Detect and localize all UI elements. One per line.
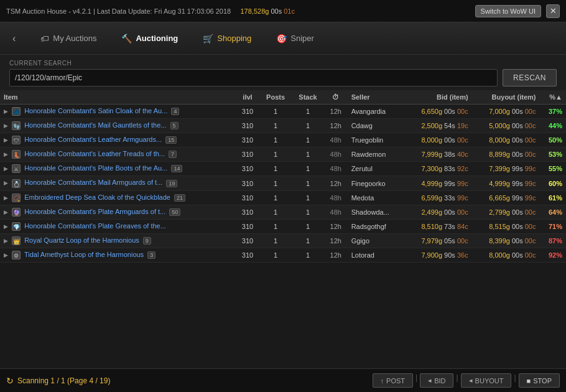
- tab-auctioning[interactable]: 🔨 Auctioning: [109, 30, 190, 47]
- time-cell: 48h: [324, 190, 348, 205]
- table-row[interactable]: ▶ 💎 Honorable Combatant's Plate Greaves …: [0, 219, 566, 233]
- stack-cell: 1: [292, 219, 324, 233]
- pct-cell: 50%: [540, 133, 567, 147]
- ilvl-cell: 310: [236, 205, 259, 219]
- tab-my-auctions[interactable]: 🏷 My Auctions: [28, 30, 109, 47]
- item-icon: 🧥: [12, 107, 21, 116]
- item-name[interactable]: Honorable Combatant's Mail Armguards of …: [24, 179, 162, 186]
- item-tag: 7: [169, 151, 177, 158]
- bid-button[interactable]: ◂ BID: [420, 373, 453, 388]
- table-row[interactable]: ▶ 📿 Embroidered Deep Sea Cloak of the Qu…: [0, 190, 566, 205]
- item-name[interactable]: Embroidered Deep Sea Cloak of the Quickb…: [24, 194, 170, 201]
- posts-cell: 1: [259, 105, 292, 119]
- switch-to-wow-button[interactable]: Switch to WoW UI: [475, 5, 541, 17]
- expand-arrow[interactable]: ▶: [4, 180, 8, 186]
- titlebar: TSM Auction House - v4.2.1 | Last Data U…: [0, 0, 566, 22]
- stop-icon: ■: [527, 377, 531, 385]
- posts-cell: 1: [259, 205, 292, 219]
- item-cell: ▶ ⚙ Tidal Amethyst Loop of the Harmoniou…: [0, 248, 236, 262]
- time-cell: 12h: [324, 176, 348, 190]
- seller-cell: Rawdemon: [348, 147, 404, 162]
- expand-arrow[interactable]: ▶: [4, 108, 8, 114]
- seller-cell: Truegoblin: [348, 133, 404, 147]
- rescan-button[interactable]: RESCAN: [503, 69, 557, 86]
- buyout-cell: 7,000g 00s 00c: [472, 105, 540, 119]
- col-ilvl[interactable]: ilvl: [236, 90, 259, 105]
- back-button[interactable]: ‹: [12, 33, 16, 44]
- ilvl-cell: 310: [236, 248, 259, 262]
- item-name[interactable]: Honorable Combatant's Plate Greaves of t…: [24, 222, 166, 230]
- scan-status: ↻ Scanning 1 / 1 (Page 4 / 19): [6, 376, 373, 386]
- expand-arrow[interactable]: ▶: [4, 195, 8, 201]
- table-row[interactable]: ▶ 🧤 Honorable Combatant's Mail Gauntlets…: [0, 119, 566, 133]
- col-seller[interactable]: Seller: [348, 90, 404, 105]
- post-arrow-icon: ↑: [381, 377, 384, 385]
- item-icon: 💎: [12, 222, 21, 231]
- item-cell: ▶ 🧤 Honorable Combatant's Mail Gauntlets…: [0, 119, 236, 133]
- item-name[interactable]: Honorable Combatant's Plate Boots of the…: [24, 164, 167, 172]
- buyout-cell: 8,399g 00s 00c: [472, 233, 540, 248]
- stack-cell: 1: [292, 133, 324, 147]
- item-name[interactable]: Honorable Combatant's Leather Armguards.…: [24, 136, 162, 143]
- table-row[interactable]: ▶ ⚔ Honorable Combatant's Plate Boots of…: [0, 162, 566, 176]
- time-cell: 48h: [324, 205, 348, 219]
- gold-amount: 178,528: [240, 7, 265, 15]
- tab-shopping[interactable]: 🛒 Shopping: [190, 30, 264, 47]
- time-cell: 12h: [324, 119, 348, 133]
- expand-arrow[interactable]: ▶: [4, 252, 8, 258]
- expand-arrow[interactable]: ▶: [4, 223, 8, 230]
- separator-2: |: [455, 373, 459, 388]
- expand-arrow[interactable]: ▶: [4, 151, 8, 157]
- table-row[interactable]: ▶ 🧥 Honorable Combatant's Satin Cloak of…: [0, 105, 566, 119]
- last-update: Last Data Update: Fri Aug 31 17:03:06 20…: [97, 7, 231, 15]
- col-item[interactable]: Item: [0, 90, 236, 105]
- item-name[interactable]: Honorable Combatant's Plate Armguards of…: [24, 208, 165, 215]
- expand-arrow[interactable]: ▶: [4, 123, 8, 129]
- item-name[interactable]: Honorable Combatant's Satin Cloak of the…: [24, 107, 167, 114]
- expand-arrow[interactable]: ▶: [4, 137, 8, 143]
- bid-cell: 7,999g 38s 40c: [404, 147, 472, 162]
- shopping-icon: 🛒: [203, 34, 213, 44]
- buyout-button[interactable]: ◂ BUYOUT: [461, 373, 512, 388]
- table-row[interactable]: ▶ 💍 Honorable Combatant's Mail Armguards…: [0, 176, 566, 190]
- ilvl-cell: 310: [236, 147, 259, 162]
- item-cell: ▶ 🔮 Honorable Combatant's Plate Armguard…: [0, 205, 236, 219]
- ilvl-cell: 310: [236, 162, 259, 176]
- ilvl-cell: 310: [236, 105, 259, 119]
- stack-cell: 1: [292, 147, 324, 162]
- col-pct[interactable]: %▲: [540, 90, 567, 105]
- stack-cell: 1: [292, 176, 324, 190]
- item-name[interactable]: Honorable Combatant's Leather Treads of …: [24, 150, 165, 157]
- col-buyout[interactable]: Buyout (item): [472, 90, 540, 105]
- item-name[interactable]: Tidal Amethyst Loop of the Harmonious: [24, 251, 144, 258]
- post-button[interactable]: ↑ POST: [373, 373, 413, 388]
- action-buttons: ↑ POST | ◂ BID | ◂ BUYOUT | ■ STOP: [373, 373, 560, 388]
- expand-arrow[interactable]: ▶: [4, 209, 8, 215]
- item-tag: 15: [165, 136, 177, 144]
- col-stack[interactable]: Stack: [292, 90, 324, 105]
- col-time[interactable]: ⏱: [324, 90, 348, 105]
- item-name[interactable]: Honorable Combatant's Mail Gauntlets of …: [24, 121, 166, 129]
- table-row[interactable]: ▶ 🛡 Honorable Combatant's Leather Armgua…: [0, 133, 566, 147]
- expand-arrow[interactable]: ▶: [4, 166, 8, 172]
- stop-button[interactable]: ■ STOP: [519, 373, 560, 388]
- pct-cell: 53%: [540, 147, 567, 162]
- tab-sniper[interactable]: 🎯 Sniper: [264, 30, 327, 47]
- table-row[interactable]: ▶ 👢 Honorable Combatant's Leather Treads…: [0, 147, 566, 162]
- pct-cell: 55%: [540, 162, 567, 176]
- close-button[interactable]: ✕: [546, 4, 560, 18]
- buyout-cell: 8,515g 00s 00c: [472, 219, 540, 233]
- col-bid[interactable]: Bid (item): [404, 90, 472, 105]
- search-input[interactable]: [9, 69, 498, 86]
- table-row[interactable]: ▶ ⚙ Tidal Amethyst Loop of the Harmoniou…: [0, 248, 566, 262]
- item-name[interactable]: Royal Quartz Loop of the Harmonious: [24, 236, 139, 244]
- item-icon: 📿: [12, 194, 21, 202]
- copper-amount: 01: [284, 7, 291, 15]
- col-posts[interactable]: Posts: [259, 90, 292, 105]
- item-icon: 👑: [12, 236, 21, 245]
- buyout-cell: 5,000g 00s 00c: [472, 119, 540, 133]
- time-cell: 48h: [324, 147, 348, 162]
- table-row[interactable]: ▶ 🔮 Honorable Combatant's Plate Armguard…: [0, 205, 566, 219]
- table-row[interactable]: ▶ 👑 Royal Quartz Loop of the Harmonious …: [0, 233, 566, 248]
- expand-arrow[interactable]: ▶: [4, 238, 8, 244]
